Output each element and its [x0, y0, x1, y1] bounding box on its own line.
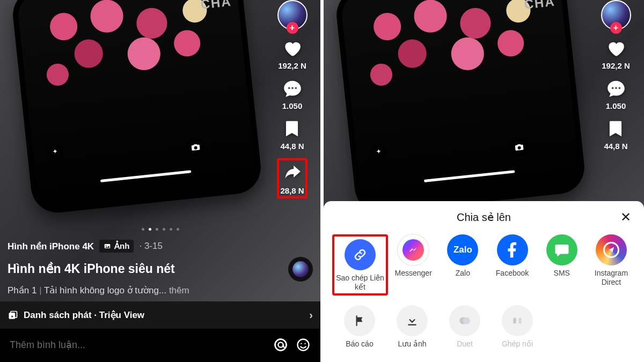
image-icon: [104, 242, 111, 250]
creator-avatar[interactable]: +: [601, 0, 631, 30]
emoji-icon[interactable]: [296, 337, 311, 352]
link-icon: [345, 239, 376, 270]
share-button[interactable]: 28,8 N: [277, 158, 307, 198]
share-count: 28,8 N: [280, 186, 304, 195]
screenshot-right: CHA ✦ + 192,2 N 1.050 44,8 N: [324, 0, 644, 362]
caption: Hình nền 4K iPhone siêu nét: [8, 262, 175, 277]
share-facebook[interactable]: Facebook: [488, 234, 537, 295]
flag-icon: [344, 305, 375, 336]
chevron-right-icon: ›: [309, 309, 313, 321]
home-indicator: [100, 170, 192, 182]
carousel-dots: [142, 228, 179, 231]
share-sms[interactable]: SMS: [538, 234, 586, 295]
comment-button[interactable]: 1.050: [605, 78, 627, 110]
svg-point-8: [278, 342, 283, 347]
close-icon[interactable]: ✕: [620, 210, 631, 225]
action-duet: Duet: [441, 305, 489, 349]
photo-badge: Ảnh: [99, 240, 134, 253]
camera-icon: [186, 137, 206, 157]
playlist-bar[interactable]: Danh sách phát · Triệu View ›: [0, 301, 320, 329]
bookmark-icon: [281, 118, 303, 139]
instagram-icon: [596, 234, 627, 265]
bookmark-count: 44,8 N: [604, 142, 627, 151]
action-save-image[interactable]: Lưu ảnh: [388, 305, 436, 349]
comment-button[interactable]: 1.050: [282, 78, 303, 110]
svg-rect-17: [513, 317, 516, 323]
heart-icon: [605, 38, 626, 59]
stitch-icon: [502, 305, 533, 336]
like-count: 192,2 N: [278, 61, 306, 70]
comment-icon: [605, 78, 627, 99]
bookmark-count: 44,8 N: [280, 142, 304, 151]
action-report[interactable]: Báo cáo: [335, 305, 384, 349]
description[interactable]: Phần 1 | Tải hình không logo ở tường... …: [0, 282, 320, 301]
svg-point-14: [618, 87, 620, 89]
share-row-2: Báo cáo Lưu ảnh Duet Ghép nối: [328, 302, 640, 355]
duet-icon: [449, 305, 480, 336]
share-row-1: Sao chép Liên kết Messenger Zalo Zalo Fa…: [328, 231, 640, 302]
svg-point-4: [106, 245, 107, 246]
flashlight-icon: ✦: [371, 143, 387, 160]
svg-point-11: [304, 343, 305, 344]
facebook-icon: [497, 234, 528, 265]
share-sheet: Chia sẻ lên ✕ Sao chép Liên kết Messenge…: [324, 201, 644, 362]
video-info: Hình nền iPhone 4K Ảnh · 3-15 Hình nền 4…: [0, 240, 320, 362]
share-copy-link[interactable]: Sao chép Liên kết: [336, 239, 384, 292]
wallpaper-flowers: [340, 0, 571, 113]
action-stitch: Ghép nối: [493, 305, 541, 349]
phone-mockup: CHA ✦: [10, 0, 264, 215]
bookmark-button[interactable]: 44,8 N: [280, 118, 304, 151]
post-date: · 3-15: [139, 241, 162, 252]
sound-disc[interactable]: [288, 257, 313, 282]
share-messenger[interactable]: Messenger: [389, 234, 437, 295]
screenshot-left: CHA ✦ + 192,2 N 1.050 44,8 N: [0, 0, 320, 362]
svg-point-9: [298, 339, 309, 351]
comment-count: 1.050: [282, 101, 303, 110]
mention-icon[interactable]: [273, 337, 288, 352]
svg-point-16: [463, 317, 470, 324]
camera-icon: [509, 137, 529, 157]
svg-point-2: [295, 87, 297, 89]
bookmark-button[interactable]: 44,8 N: [604, 118, 627, 151]
follow-plus-icon[interactable]: +: [287, 22, 298, 34]
download-icon: [397, 305, 428, 336]
flashlight-icon: ✦: [47, 143, 64, 160]
phone-mockup: CHA ✦: [334, 0, 587, 215]
svg-point-1: [291, 87, 294, 89]
messenger-icon: [398, 234, 429, 265]
svg-point-13: [615, 87, 617, 89]
share-zalo[interactable]: Zalo Zalo: [438, 234, 487, 295]
like-button[interactable]: 192,2 N: [602, 38, 630, 70]
username[interactable]: Hình nền iPhone 4K: [8, 241, 94, 252]
share-icon: [281, 162, 303, 184]
like-button[interactable]: 192,2 N: [278, 38, 306, 70]
phone-screen: CHA ✦: [16, 0, 258, 209]
comment-bar[interactable]: Thêm bình luận...: [0, 329, 320, 362]
follow-plus-icon[interactable]: +: [610, 22, 622, 34]
action-rail: + 192,2 N 1.050 44,8 N 28,8 N: [269, 0, 315, 198]
zalo-icon: Zalo: [447, 234, 478, 265]
creator-avatar[interactable]: +: [277, 0, 308, 30]
action-rail: + 192,2 N 1.050 44,8 N: [593, 0, 639, 151]
phone-screen: CHA ✦: [340, 0, 581, 209]
playlist-icon: [8, 310, 18, 321]
bookmark-icon: [605, 118, 626, 139]
svg-rect-18: [518, 317, 521, 323]
share-instagram[interactable]: Instagram Direct: [587, 234, 635, 295]
comment-placeholder: Thêm bình luận...: [10, 339, 85, 351]
heart-icon: [281, 38, 303, 59]
home-indicator: [424, 170, 515, 182]
share-sheet-title: Chia sẻ lên: [457, 211, 511, 224]
like-count: 192,2 N: [602, 61, 630, 70]
svg-point-0: [288, 87, 290, 89]
sms-icon: [546, 234, 577, 265]
wallpaper-flowers: [16, 0, 247, 113]
svg-point-10: [301, 343, 302, 344]
comment-count: 1.050: [606, 101, 626, 110]
comment-icon: [282, 78, 303, 99]
svg-point-12: [611, 87, 613, 89]
